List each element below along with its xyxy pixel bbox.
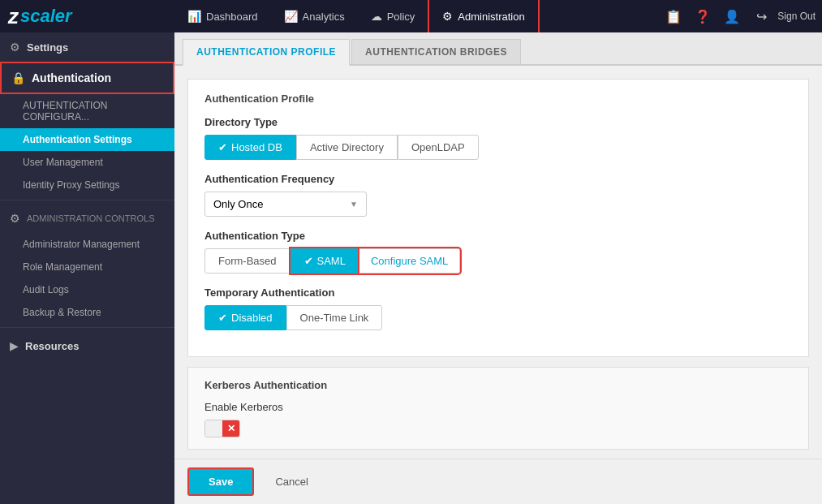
- kerberos-title: Kerberos Authentication: [204, 379, 792, 391]
- nav-items: 📊 Dashboard 📈 Analytics ☁ Policy ⚙ Admin…: [174, 0, 661, 32]
- nav-policy[interactable]: ☁ Policy: [358, 0, 428, 32]
- sidebar-item-admin-management[interactable]: Administrator Management: [0, 233, 174, 256]
- btn-openldap[interactable]: OpenLDAP: [398, 135, 479, 160]
- user-icon[interactable]: 👤: [719, 3, 745, 29]
- sidebar-item-audit-logs[interactable]: Audit Logs: [0, 278, 174, 301]
- auth-frequency-value: Only Once: [213, 198, 263, 210]
- sidebar-item-role-management[interactable]: Role Management: [0, 256, 174, 278]
- logo-area: z scaler: [0, 0, 174, 32]
- sidebar-backup-restore-label: Backup & Restore: [23, 307, 101, 318]
- main-layout: ⚙ Settings 🔒 Authentication AUTHENTICATI…: [0, 32, 822, 504]
- btn-hosted-db[interactable]: ✔ Hosted DB: [204, 135, 296, 160]
- btn-saml[interactable]: ✔ SAML: [290, 248, 359, 274]
- sidebar-auth-config-label: AUTHENTICATION CONFIGURA...: [23, 100, 165, 123]
- sidebar-resources-header[interactable]: ▶ Resources: [0, 331, 174, 360]
- sidebar-item-auth-settings[interactable]: Authentication Settings: [0, 128, 174, 151]
- save-button[interactable]: Save: [187, 467, 254, 496]
- enable-kerberos-label: Enable Kerberos: [204, 401, 792, 413]
- nav-administration-label: Administration: [458, 11, 524, 23]
- content-scroll: Authentication Profile Directory Type ✔ …: [174, 66, 822, 459]
- sidebar-admin-management-label: Administrator Management: [23, 239, 140, 250]
- cancel-button[interactable]: Cancel: [262, 469, 321, 494]
- toggle-left-side: [205, 420, 222, 437]
- directory-type-group: Directory Type ✔ Hosted DB Active Direct…: [204, 116, 792, 160]
- nav-policy-label: Policy: [387, 11, 415, 23]
- sidebar: ⚙ Settings 🔒 Authentication AUTHENTICATI…: [0, 32, 174, 504]
- saml-label: SAML: [317, 255, 346, 267]
- nav-analytics[interactable]: 📈 Analytics: [271, 0, 358, 32]
- tab-auth-profile-label: AUTHENTICATION PROFILE: [196, 46, 336, 58]
- nav-dashboard-label: Dashboard: [206, 11, 258, 23]
- sidebar-admin-controls-label: ADMINISTRATION CONTROLS: [27, 213, 154, 223]
- toggle-right-side: ✕: [222, 420, 239, 437]
- sidebar-settings-header[interactable]: ⚙ Settings: [0, 32, 174, 62]
- sidebar-item-identity-proxy[interactable]: Identity Proxy Settings: [0, 174, 174, 196]
- one-time-link-label: One-Time Link: [300, 312, 369, 324]
- sidebar-admin-controls-header[interactable]: ⚙ ADMINISTRATION CONTROLS: [0, 204, 174, 233]
- auth-type-buttons: Form-Based ✔ SAML Configure SAML: [204, 248, 792, 274]
- kerberos-toggle[interactable]: ✕: [204, 420, 240, 437]
- saml-check-icon: ✔: [304, 255, 313, 267]
- hosted-db-label: Hosted DB: [231, 141, 282, 153]
- sidebar-role-management-label: Role Management: [23, 261, 102, 273]
- tab-authentication-profile[interactable]: AUTHENTICATION PROFILE: [183, 39, 350, 66]
- disabled-label: Disabled: [231, 312, 273, 324]
- sidebar-item-auth-config[interactable]: AUTHENTICATION CONFIGURA...: [0, 94, 174, 128]
- analytics-icon: 📈: [284, 10, 298, 23]
- sidebar-item-user-management[interactable]: User Management: [0, 151, 174, 174]
- tab-bar: AUTHENTICATION PROFILE AUTHENTICATION BR…: [174, 32, 822, 66]
- sidebar-authentication-label: Authentication: [32, 71, 111, 84]
- sidebar-audit-logs-label: Audit Logs: [23, 284, 69, 295]
- auth-type-group: Authentication Type Form-Based ✔ SAML Co…: [204, 230, 792, 274]
- admin-controls-icon: ⚙: [10, 212, 20, 225]
- checklist-icon[interactable]: 📋: [661, 3, 686, 29]
- sidebar-settings-label: Settings: [27, 41, 68, 54]
- directory-type-buttons: ✔ Hosted DB Active Directory OpenLDAP: [204, 135, 792, 160]
- auth-frequency-dropdown[interactable]: Only Once ▼: [204, 192, 367, 217]
- sidebar-user-management-label: User Management: [23, 157, 103, 168]
- nav-right-icons: 📋 ❓ 👤 ↪ Sign Out: [661, 3, 822, 29]
- footer-bar: Save Cancel: [174, 459, 822, 504]
- sidebar-divider-1: [0, 200, 174, 200]
- policy-icon: ☁: [371, 10, 382, 23]
- lock-icon: 🔒: [11, 71, 25, 84]
- auth-frequency-group: Authentication Frequency Only Once ▼: [204, 173, 792, 217]
- nav-administration[interactable]: ⚙ Administration: [428, 0, 539, 32]
- section-title: Authentication Profile: [204, 93, 792, 105]
- temp-auth-group: Temporary Authentication ✔ Disabled One-…: [204, 286, 792, 330]
- btn-one-time-link[interactable]: One-Time Link: [286, 305, 383, 330]
- temp-auth-label: Temporary Authentication: [204, 286, 792, 299]
- nav-dashboard[interactable]: 📊 Dashboard: [174, 0, 271, 32]
- btn-form-based[interactable]: Form-Based: [204, 248, 290, 274]
- signout-icon[interactable]: ↪: [748, 3, 774, 29]
- content-area: AUTHENTICATION PROFILE AUTHENTICATION BR…: [174, 32, 822, 504]
- dashboard-icon: 📊: [187, 10, 201, 23]
- sidebar-auth-settings-label: Authentication Settings: [23, 134, 132, 145]
- nav-analytics-label: Analytics: [303, 11, 345, 23]
- disabled-check-icon: ✔: [218, 312, 227, 324]
- resources-icon: ▶: [10, 339, 19, 352]
- administration-icon: ⚙: [442, 10, 453, 23]
- auth-profile-panel: Authentication Profile Directory Type ✔ …: [187, 79, 809, 357]
- logo-brand-text: scaler: [20, 6, 72, 27]
- btn-configure-saml[interactable]: Configure SAML: [359, 248, 460, 274]
- dropdown-arrow-icon: ▼: [350, 200, 358, 209]
- help-icon[interactable]: ❓: [690, 3, 716, 29]
- hosted-db-check-icon: ✔: [218, 141, 227, 153]
- sidebar-resources-label: Resources: [25, 340, 79, 352]
- auth-frequency-label: Authentication Frequency: [204, 173, 792, 185]
- btn-disabled[interactable]: ✔ Disabled: [204, 305, 286, 330]
- sidebar-authentication-header[interactable]: 🔒 Authentication: [0, 62, 174, 94]
- btn-active-directory[interactable]: Active Directory: [296, 135, 398, 160]
- sign-out-label[interactable]: Sign Out: [777, 11, 816, 22]
- sidebar-item-backup-restore[interactable]: Backup & Restore: [0, 301, 174, 324]
- logo-z-letter: z: [8, 4, 19, 29]
- sidebar-divider-2: [0, 327, 174, 328]
- configure-saml-label: Configure SAML: [371, 255, 448, 267]
- kerberos-section: Kerberos Authentication Enable Kerberos …: [187, 367, 809, 450]
- openldap-label: OpenLDAP: [411, 141, 465, 153]
- settings-gear-icon: ⚙: [10, 41, 20, 54]
- tab-auth-bridges-label: AUTHENTICATION BRIDGES: [365, 46, 507, 58]
- tab-authentication-bridges[interactable]: AUTHENTICATION BRIDGES: [351, 39, 521, 64]
- form-based-label: Form-Based: [218, 255, 277, 267]
